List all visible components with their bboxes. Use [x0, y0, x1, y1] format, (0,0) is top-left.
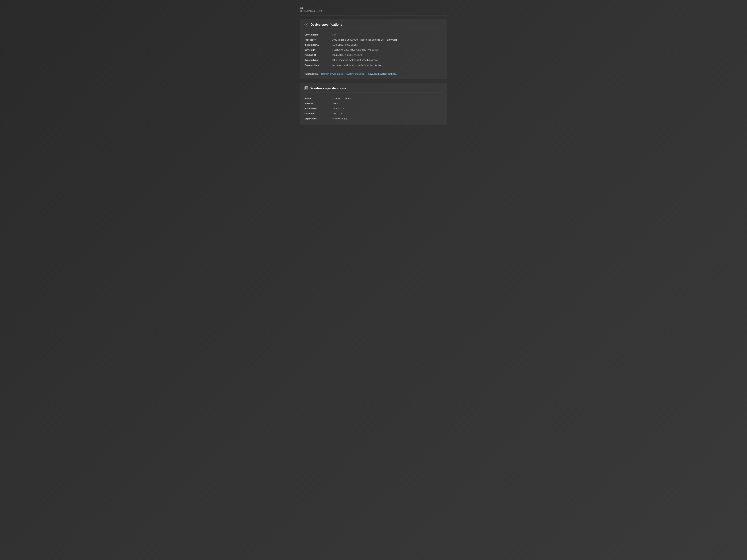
spec-label-installed-on: Installed on [305, 107, 332, 110]
brand-name: HP [300, 7, 447, 9]
spec-label-os-build: OS build [305, 112, 332, 115]
content-area: HP HP 255 G7 Notebook PC i Device specif… [295, 3, 452, 130]
spec-row-device-id: Device ID F81BB074-C853-4B66-A279-C434A4… [305, 47, 442, 52]
spec-value-device-id: F81BB074-C853-4B66-A279-C434A4F0B6C6 [332, 49, 442, 51]
windows-spec-header: Windows specifications [305, 86, 442, 92]
spec-value-system-type: 64-bit operating system, x64-based proce… [332, 59, 442, 61]
spec-label-pen-touch: Pen and touch [305, 64, 332, 66]
spec-label-edition: Edition [305, 97, 332, 100]
spec-label-version: Version [305, 102, 332, 105]
spec-row-product-id: Product ID 00325-81677-68831-AAOEM [305, 52, 442, 57]
page-wrapper: HP HP 255 G7 Notebook PC i Device specif… [0, 0, 747, 560]
device-spec-table: Device name HP Processor AMD Ryzen 5 250… [305, 32, 442, 68]
spec-value-pen-touch: No pen or touch input is available for t… [332, 64, 442, 66]
spec-label-experience: Experience [305, 117, 332, 120]
spec-label-processor: Processor [305, 38, 332, 41]
windows-spec-table: Edition Windows 11 Home Version 22H2 Ins… [305, 96, 442, 121]
spec-label-system-type: System type [305, 59, 332, 61]
svg-rect-1 [307, 87, 308, 88]
spec-row-system-type: System type 64-bit operating system, x64… [305, 57, 442, 62]
spec-row-version: Version 22H2 [305, 101, 442, 106]
spec-label-product-id: Product ID [305, 54, 332, 56]
spec-value-ram: 16.0 GB (14.9 GB usable) [332, 44, 442, 46]
link-system-protection[interactable]: System protection [346, 73, 364, 75]
spec-row-pen-touch: Pen and touch No pen or touch input is a… [305, 62, 442, 68]
windows-spec-title: Windows specifications [310, 86, 346, 90]
spec-label-device-id: Device ID [305, 49, 332, 51]
spec-value-edition: Windows 11 Home [332, 97, 442, 100]
spec-row-experience: Experience Windows Feat... [305, 116, 442, 121]
windows-spec-icon [305, 86, 308, 90]
spec-row-installed-on: Installed on 29.5.2023 г. [305, 106, 442, 111]
related-links-label: Related links [305, 73, 318, 75]
divider [305, 69, 442, 69]
spec-row-processor: Processor AMD Ryzen 5 2500U with Radeon … [305, 37, 442, 42]
device-spec-title: Device specifications [310, 23, 342, 26]
spec-value-version: 22H2 [332, 102, 442, 105]
spec-value-experience: Windows Feat... [332, 117, 442, 120]
spec-value-os-build: 22621.3527 [332, 112, 442, 115]
spec-row-edition: Edition Windows 11 Home [305, 96, 442, 101]
device-specifications-section: i Device specifications Device name HP P… [300, 19, 447, 79]
link-advanced-system-settings[interactable]: Advanced system settings [368, 73, 397, 75]
svg-rect-0 [305, 87, 306, 88]
link-domain-workgroup[interactable]: Domain or workgroup [321, 73, 343, 75]
spec-label-device-name: Device name [305, 33, 332, 36]
brand-section: HP HP 255 G7 Notebook PC [300, 5, 447, 16]
spec-value-device-name: HP [332, 33, 442, 36]
spec-value-product-id: 00325-81677-68831-AAOEM [332, 54, 442, 56]
device-spec-header: i Device specifications [305, 23, 442, 29]
spec-row-device-name: Device name HP [305, 32, 442, 37]
svg-rect-3 [307, 88, 308, 89]
spec-label-ram: Installed RAM [305, 44, 332, 46]
spec-value-processor: AMD Ryzen 5 2500U with Radeon Vega Mobil… [332, 38, 442, 41]
device-spec-icon: i [305, 23, 308, 26]
related-links-row: Related links Domain or workgroup System… [305, 71, 442, 76]
spec-value-installed-on: 29.5.2023 г. [332, 107, 442, 110]
device-model: HP 255 G7 Notebook PC [300, 10, 447, 12]
spec-row-ram: Installed RAM 16.0 GB (14.9 GB usable) [305, 42, 442, 47]
spec-row-os-build: OS build 22621.3527 [305, 111, 442, 116]
svg-rect-2 [305, 88, 306, 89]
windows-specifications-section: Windows specifications Edition Windows 1… [300, 83, 447, 125]
